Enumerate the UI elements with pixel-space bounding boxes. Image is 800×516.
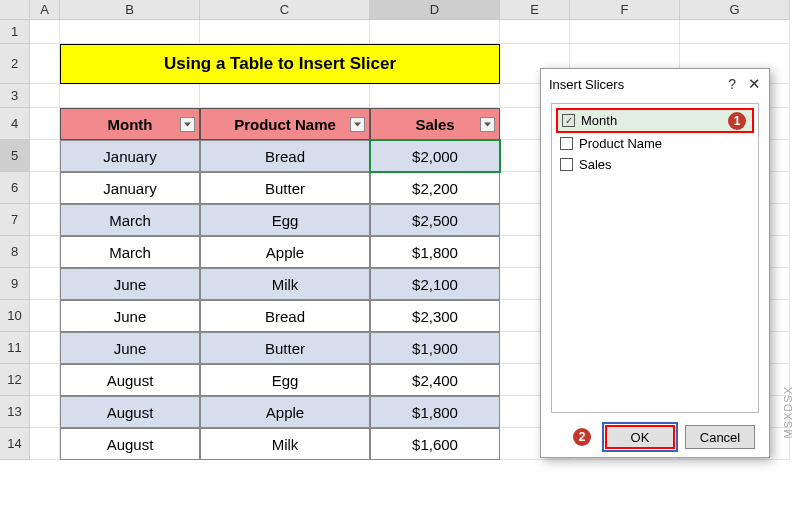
cell-month[interactable]: August	[60, 428, 200, 460]
table-header-product[interactable]: Product Name	[200, 108, 370, 140]
cell[interactable]	[30, 332, 60, 364]
cell[interactable]	[60, 20, 200, 44]
cell[interactable]	[30, 108, 60, 140]
row-head-5[interactable]: 5	[0, 140, 30, 172]
row-head-7[interactable]: 7	[0, 204, 30, 236]
cell-sales[interactable]: $2,300	[370, 300, 500, 332]
cell-product[interactable]: Bread	[200, 300, 370, 332]
cell[interactable]	[30, 140, 60, 172]
cell-sales[interactable]: $1,900	[370, 332, 500, 364]
cell-sales[interactable]: $2,200	[370, 172, 500, 204]
cell-month[interactable]: January	[60, 140, 200, 172]
col-head-A[interactable]: A	[30, 0, 60, 20]
title-cell[interactable]: Using a Table to Insert Slicer	[60, 44, 500, 84]
ok-button[interactable]: OK	[605, 425, 675, 449]
field-label: Product Name	[579, 136, 662, 151]
cell-product[interactable]: Apple	[200, 236, 370, 268]
header-label: Month	[108, 116, 153, 133]
slicer-field-month[interactable]: ✓Month1	[556, 108, 754, 133]
cell-month[interactable]: June	[60, 268, 200, 300]
filter-button[interactable]	[480, 117, 495, 132]
field-label: Sales	[579, 157, 612, 172]
cell[interactable]	[500, 20, 570, 44]
cell[interactable]	[370, 84, 500, 108]
table-header-month[interactable]: Month	[60, 108, 200, 140]
cell-month[interactable]: August	[60, 396, 200, 428]
cell-month[interactable]: June	[60, 300, 200, 332]
select-all-corner[interactable]	[0, 0, 30, 20]
cell-sales[interactable]: $2,100	[370, 268, 500, 300]
cancel-button[interactable]: Cancel	[685, 425, 755, 449]
row-head-4[interactable]: 4	[0, 108, 30, 140]
cell[interactable]	[570, 20, 680, 44]
cell[interactable]	[200, 84, 370, 108]
cell[interactable]	[30, 172, 60, 204]
cell[interactable]	[30, 428, 60, 460]
slicer-field-product-name[interactable]: Product Name	[556, 133, 754, 154]
cell-month[interactable]: August	[60, 364, 200, 396]
cell[interactable]	[370, 20, 500, 44]
row-head-2[interactable]: 2	[0, 44, 30, 84]
row-head-6[interactable]: 6	[0, 172, 30, 204]
checkbox[interactable]	[560, 137, 573, 150]
checkbox[interactable]	[560, 158, 573, 171]
cell[interactable]	[30, 44, 60, 84]
cell-sales[interactable]: $2,400	[370, 364, 500, 396]
col-head-G[interactable]: G	[680, 0, 790, 20]
cell[interactable]	[30, 300, 60, 332]
slicer-field-sales[interactable]: Sales	[556, 154, 754, 175]
row-head-14[interactable]: 14	[0, 428, 30, 460]
cell[interactable]	[680, 20, 790, 44]
cell[interactable]	[200, 20, 370, 44]
cell-sales[interactable]: $1,800	[370, 396, 500, 428]
cell-product[interactable]: Milk	[200, 428, 370, 460]
filter-button[interactable]	[350, 117, 365, 132]
cell[interactable]	[30, 84, 60, 108]
row-head-1[interactable]: 1	[0, 20, 30, 44]
cell-month[interactable]: June	[60, 332, 200, 364]
col-head-F[interactable]: F	[570, 0, 680, 20]
cell-product[interactable]: Butter	[200, 172, 370, 204]
row-head-8[interactable]: 8	[0, 236, 30, 268]
filter-button[interactable]	[180, 117, 195, 132]
row-head-3[interactable]: 3	[0, 84, 30, 108]
cell-product[interactable]: Milk	[200, 268, 370, 300]
cell-product[interactable]: Apple	[200, 396, 370, 428]
row-head-9[interactable]: 9	[0, 268, 30, 300]
cell-product[interactable]: Egg	[200, 364, 370, 396]
cell-sales[interactable]: $2,500	[370, 204, 500, 236]
cell-month[interactable]: January	[60, 172, 200, 204]
col-head-E[interactable]: E	[500, 0, 570, 20]
chevron-down-icon	[354, 122, 361, 127]
cell[interactable]	[30, 20, 60, 44]
checkbox[interactable]: ✓	[562, 114, 575, 127]
cell[interactable]	[30, 268, 60, 300]
cell-sales[interactable]: $2,000	[370, 140, 500, 172]
cell[interactable]	[30, 236, 60, 268]
col-head-C[interactable]: C	[200, 0, 370, 20]
cell-product[interactable]: Bread	[200, 140, 370, 172]
row-head-10[interactable]: 10	[0, 300, 30, 332]
field-label: Month	[581, 113, 617, 128]
row-head-12[interactable]: 12	[0, 364, 30, 396]
insert-slicers-dialog: Insert Slicers ? ✕ ✓Month1Product NameSa…	[540, 68, 770, 458]
cell-sales[interactable]: $1,800	[370, 236, 500, 268]
row-head-11[interactable]: 11	[0, 332, 30, 364]
cell[interactable]	[60, 84, 200, 108]
dialog-footer: 2 OK Cancel	[541, 417, 769, 457]
cell-product[interactable]: Butter	[200, 332, 370, 364]
cell-month[interactable]: March	[60, 236, 200, 268]
col-head-D[interactable]: D	[370, 0, 500, 20]
close-icon[interactable]: ✕	[748, 75, 761, 93]
cell[interactable]	[30, 364, 60, 396]
cell[interactable]	[30, 204, 60, 236]
cell-product[interactable]: Egg	[200, 204, 370, 236]
row-head-13[interactable]: 13	[0, 396, 30, 428]
cell-sales[interactable]: $1,600	[370, 428, 500, 460]
help-icon[interactable]: ?	[728, 76, 736, 92]
dialog-titlebar[interactable]: Insert Slicers ? ✕	[541, 69, 769, 99]
cell[interactable]	[30, 396, 60, 428]
table-header-sales[interactable]: Sales	[370, 108, 500, 140]
cell-month[interactable]: March	[60, 204, 200, 236]
col-head-B[interactable]: B	[60, 0, 200, 20]
